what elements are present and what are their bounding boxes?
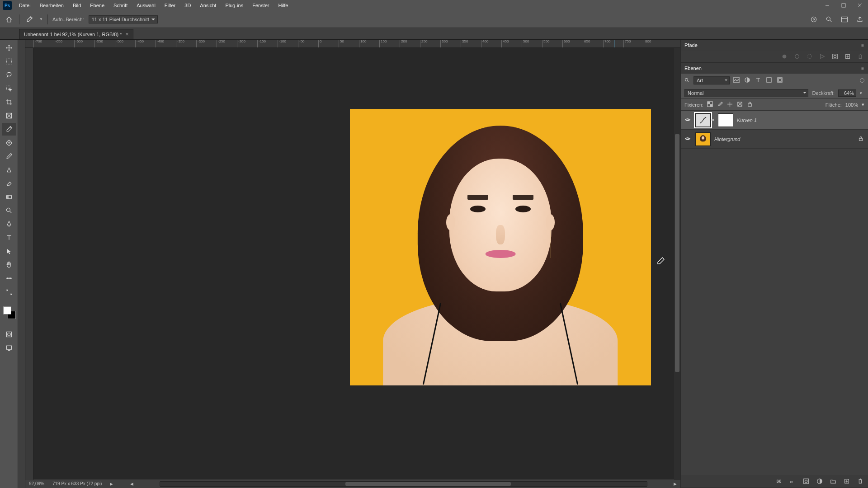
lock-image-icon[interactable]	[717, 101, 724, 108]
filter-shape-icon[interactable]	[766, 77, 773, 84]
more-tools[interactable]	[2, 272, 16, 285]
stroke-path-icon[interactable]	[793, 52, 801, 61]
blend-mode-dropdown[interactable]: Normal	[684, 89, 808, 97]
link-layers-icon[interactable]	[775, 477, 783, 485]
hand-tool[interactable]	[2, 258, 16, 271]
marquee-tool[interactable]	[2, 55, 16, 68]
window-maximize[interactable]	[835, 0, 852, 11]
lasso-tool[interactable]	[2, 69, 16, 81]
menu-view[interactable]: Ansicht	[195, 3, 221, 8]
ruler-horizontal[interactable]: -700-650-600-550-500-450-400-350-300-250…	[25, 40, 680, 48]
path-select-tool[interactable]	[2, 245, 16, 258]
path-to-selection-icon[interactable]	[806, 52, 814, 61]
home-icon[interactable]	[4, 14, 14, 25]
lock-artboard-icon[interactable]	[737, 101, 744, 108]
panel-menu-icon[interactable]: ≡	[861, 43, 864, 48]
document-tab[interactable]: Unbenannt-1 bei 92,1% (Kurven 1, RGB/8) …	[19, 29, 133, 39]
menu-window[interactable]: Fenster	[248, 3, 274, 8]
document-info[interactable]: 719 Px x 633 Px (72 ppi)	[52, 481, 102, 486]
layer-name[interactable]: Hintergrund	[714, 136, 854, 142]
selection-to-path-icon[interactable]	[818, 52, 826, 61]
document-image[interactable]	[350, 109, 651, 385]
ruler-vertical[interactable]	[25, 48, 33, 480]
document-tab-close[interactable]: ×	[125, 31, 128, 38]
opacity-value[interactable]: 64%	[838, 89, 856, 97]
cloud-sync-icon[interactable]	[809, 15, 818, 24]
menu-select[interactable]: Auswahl	[132, 3, 160, 8]
layers-tab[interactable]: Ebenen	[684, 66, 702, 71]
brush-tool[interactable]	[2, 150, 16, 163]
chevron-down-icon[interactable]: ▾	[862, 102, 864, 108]
frame-tool[interactable]	[2, 109, 16, 122]
eraser-tool[interactable]	[2, 177, 16, 190]
layer-thumbnail[interactable]	[695, 132, 711, 146]
horizontal-scrollbar-thumb[interactable]	[345, 482, 511, 486]
menu-filter[interactable]: Filter	[160, 3, 180, 8]
quick-mask-toggle[interactable]	[2, 328, 16, 341]
lock-icon[interactable]	[858, 136, 864, 142]
chevron-down-icon[interactable]: ▼	[39, 17, 43, 21]
window-minimize[interactable]	[819, 0, 835, 11]
window-close[interactable]	[852, 0, 868, 11]
chevron-right-icon[interactable]: ▶	[674, 482, 677, 486]
add-mask-icon[interactable]	[802, 477, 810, 485]
healing-brush-tool[interactable]	[2, 136, 16, 149]
menu-3d[interactable]: 3D	[180, 3, 195, 8]
share-icon[interactable]	[855, 15, 864, 24]
sample-size-dropdown[interactable]: 11 x 11 Pixel Durchschnitt	[89, 15, 158, 23]
zoom-level[interactable]: 92,09%	[29, 481, 44, 486]
visibility-toggle-icon[interactable]	[684, 136, 692, 143]
lock-position-icon[interactable]	[727, 101, 734, 108]
dodge-tool[interactable]	[2, 204, 16, 217]
layer-row[interactable]: Kurven 1	[681, 111, 868, 130]
panel-menu-icon[interactable]: ≡	[861, 66, 864, 71]
filter-smartobject-icon[interactable]	[777, 77, 784, 84]
menu-image[interactable]: Bild	[68, 3, 85, 8]
lock-all-icon[interactable]	[747, 101, 754, 108]
eyedropper-tool[interactable]	[2, 123, 16, 136]
fill-value[interactable]: 100%	[845, 102, 858, 108]
lock-transparent-icon[interactable]	[707, 101, 714, 108]
chevron-down-icon[interactable]: ▾	[860, 91, 864, 95]
fill-path-icon[interactable]	[780, 52, 788, 61]
screen-mode-toggle[interactable]	[2, 342, 16, 354]
search-icon[interactable]	[825, 15, 834, 24]
vertical-scrollbar-thumb[interactable]	[675, 134, 679, 372]
clone-stamp-tool[interactable]	[2, 164, 16, 176]
collapsed-panel-strip[interactable]	[18, 40, 25, 488]
gradient-tool[interactable]	[2, 191, 16, 203]
color-swatches[interactable]	[2, 305, 16, 319]
menu-layer[interactable]: Ebene	[85, 3, 109, 8]
new-path-icon[interactable]	[844, 52, 852, 61]
menu-help[interactable]: Hilfe	[274, 3, 292, 8]
move-tool[interactable]	[2, 42, 16, 54]
delete-layer-icon[interactable]	[856, 477, 864, 485]
swap-colors-icon[interactable]	[2, 289, 16, 296]
foreground-color-swatch[interactable]	[3, 306, 11, 314]
visibility-toggle-icon[interactable]	[684, 117, 692, 124]
layer-row[interactable]: Hintergrund	[681, 130, 868, 149]
filter-type-icon[interactable]	[755, 77, 762, 84]
menu-type[interactable]: Schrift	[109, 3, 132, 8]
add-mask-icon[interactable]	[831, 52, 839, 61]
filter-adjustment-icon[interactable]	[744, 77, 751, 84]
pen-tool[interactable]	[2, 218, 16, 230]
menu-edit[interactable]: Bearbeiten	[35, 3, 68, 8]
type-tool[interactable]	[2, 231, 16, 244]
chevron-right-icon[interactable]: ▶	[110, 482, 113, 486]
menu-file[interactable]: Datei	[14, 3, 35, 8]
layer-list[interactable]: Kurven 1 Hintergrund	[681, 111, 868, 475]
layer-kind-dropdown[interactable]: Art	[693, 76, 730, 84]
new-group-icon[interactable]	[829, 477, 837, 485]
new-adjustment-layer-icon[interactable]	[816, 477, 824, 485]
quick-select-tool[interactable]	[2, 82, 16, 95]
layer-name[interactable]: Kurven 1	[737, 117, 864, 123]
filter-pixel-icon[interactable]	[733, 77, 741, 84]
adjustment-thumbnail[interactable]	[695, 113, 711, 127]
horizontal-scrollbar[interactable]	[160, 481, 647, 487]
document-viewport[interactable]	[33, 48, 680, 479]
layer-mask-thumbnail[interactable]	[718, 113, 733, 127]
new-layer-icon[interactable]	[843, 477, 851, 485]
filter-toggle-switch[interactable]	[860, 78, 864, 83]
delete-path-icon[interactable]	[856, 52, 864, 61]
